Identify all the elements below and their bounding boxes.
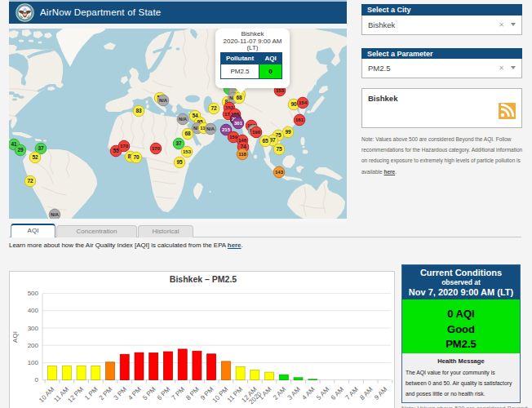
svg-text:8 AM: 8 AM — [358, 385, 374, 401]
svg-text:10 PM: 10 PM — [211, 385, 230, 404]
svg-text:301: 301 — [234, 121, 243, 126]
svg-text:72: 72 — [211, 105, 217, 111]
svg-text:90: 90 — [290, 101, 297, 107]
svg-text:72: 72 — [27, 178, 33, 184]
svg-text:N/A: N/A — [159, 98, 168, 103]
svg-text:100: 100 — [28, 359, 39, 366]
svg-text:6 PM: 6 PM — [156, 385, 172, 401]
svg-text:75: 75 — [276, 146, 282, 152]
svg-text:5 AM: 5 AM — [315, 385, 330, 401]
svg-text:N/A: N/A — [51, 212, 60, 217]
svg-text:7 PM: 7 PM — [171, 385, 187, 401]
svg-text:6 AM: 6 AM — [330, 385, 345, 401]
svg-text:83: 83 — [135, 108, 142, 113]
svg-text:65: 65 — [262, 138, 268, 144]
svg-text:4 AM: 4 AM — [300, 385, 316, 401]
svg-text:2 PM: 2 PM — [98, 385, 114, 401]
svg-text:N/A: N/A — [179, 117, 188, 122]
svg-text:55: 55 — [113, 148, 119, 153]
svg-text:118: 118 — [238, 152, 246, 157]
svg-text:154: 154 — [299, 100, 308, 105]
svg-text:4 PM: 4 PM — [126, 385, 143, 401]
svg-text:200: 200 — [28, 342, 39, 349]
svg-text:1 PM: 1 PM — [83, 385, 100, 401]
svg-text:99: 99 — [285, 129, 291, 135]
svg-text:29: 29 — [17, 147, 24, 153]
svg-text:3 AM: 3 AM — [286, 385, 302, 401]
svg-text:Bishkek – PM2.5: Bishkek – PM2.5 — [170, 274, 237, 284]
svg-text:153: 153 — [183, 149, 192, 154]
svg-text:170: 170 — [152, 146, 161, 151]
svg-text:10 AM: 10 AM — [38, 385, 56, 404]
svg-text:300: 300 — [28, 325, 39, 332]
svg-text:9 AM: 9 AM — [373, 385, 388, 401]
svg-text:3 PM: 3 PM — [113, 385, 129, 401]
svg-text:70: 70 — [133, 154, 140, 160]
svg-text:7 AM: 7 AM — [344, 385, 360, 401]
svg-text:400: 400 — [28, 307, 39, 314]
svg-text:68: 68 — [236, 95, 242, 100]
svg-text:N/A: N/A — [206, 126, 215, 131]
svg-text:0: 0 — [35, 376, 39, 384]
svg-text:1 AM: 1 AM — [257, 385, 273, 401]
svg-text:37: 37 — [175, 140, 182, 146]
svg-text:52: 52 — [32, 154, 38, 160]
svg-text:500: 500 — [28, 290, 39, 297]
svg-text:215: 215 — [222, 127, 231, 132]
svg-text:AQI: AQI — [11, 331, 19, 343]
svg-text:2 AM: 2 AM — [272, 385, 287, 401]
svg-text:5 PM: 5 PM — [141, 385, 157, 401]
svg-text:190: 190 — [252, 130, 261, 135]
svg-text:153: 153 — [276, 88, 285, 93]
svg-text:12 PM: 12 PM — [66, 385, 85, 404]
svg-text:8 PM: 8 PM — [184, 385, 201, 401]
svg-text:37: 37 — [38, 145, 44, 151]
svg-text:68: 68 — [184, 131, 191, 136]
svg-text:95: 95 — [176, 159, 183, 165]
svg-text:143: 143 — [275, 170, 284, 175]
svg-text:170: 170 — [120, 144, 129, 149]
svg-text:161: 161 — [295, 118, 304, 122]
